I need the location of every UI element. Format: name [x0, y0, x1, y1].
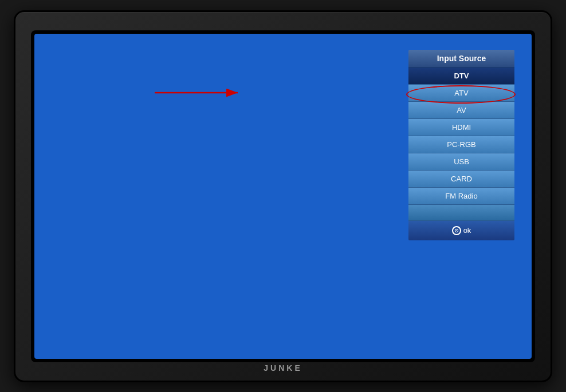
menu-item-pc-rgb[interactable]: PC-RGB	[408, 136, 514, 153]
menu-title: Input Source	[408, 50, 514, 68]
input-source-menu: Input Source DTV ATV AV HDMI PC-RGB USB …	[408, 50, 514, 240]
menu-item-atv[interactable]: ATV	[408, 85, 514, 102]
menu-items-list: DTV ATV AV HDMI PC-RGB USB CARD FM Radio	[408, 68, 514, 221]
menu-item-fm-radio[interactable]: FM Radio	[408, 188, 514, 205]
menu-item-card[interactable]: CARD	[408, 171, 514, 188]
menu-item-usb[interactable]: USB	[408, 153, 514, 171]
tv-screen: IR Input Source DTV ATV AV HDMI PC-RGB U…	[34, 34, 532, 359]
arrow-annotation	[149, 78, 264, 107]
menu-item-hdmi[interactable]: HDMI	[408, 119, 514, 136]
brand-label: JUNKE	[264, 363, 302, 373]
menu-ok-button[interactable]: ⊙ ok	[408, 221, 514, 240]
ok-circle-icon: ⊙	[452, 226, 461, 235]
menu-item-dtv[interactable]: DTV	[408, 68, 514, 85]
screen-bezel: IR Input Source DTV ATV AV HDMI PC-RGB U…	[31, 30, 535, 362]
menu-item-empty	[408, 205, 514, 221]
ok-label: ok	[463, 226, 471, 235]
tv-monitor: IR Input Source DTV ATV AV HDMI PC-RGB U…	[14, 10, 552, 382]
menu-item-av[interactable]: AV	[408, 102, 514, 119]
